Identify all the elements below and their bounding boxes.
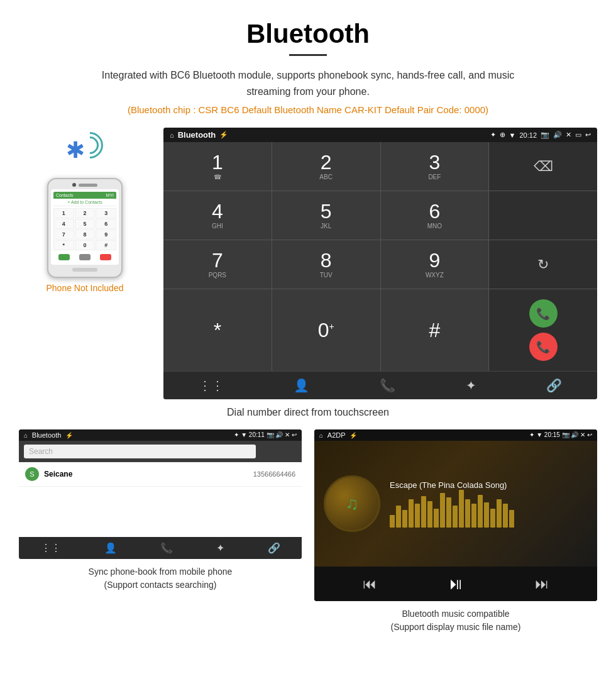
pb-empty-space bbox=[19, 487, 302, 537]
app-name-label: Bluetooth bbox=[178, 130, 216, 140]
phone-key-5: 5 bbox=[75, 219, 96, 229]
music-play-pause-button[interactable]: ⏯ bbox=[448, 574, 464, 594]
dial-key-9[interactable]: 9 WXYZ bbox=[381, 240, 489, 289]
music-camera-icon: 📷 bbox=[562, 431, 569, 438]
dial-end-button[interactable]: 📞 bbox=[529, 333, 558, 361]
phone-key-6: 6 bbox=[96, 219, 116, 229]
phone-not-included-label: Phone Not Included bbox=[47, 283, 124, 293]
music-time: 20:15 bbox=[544, 431, 560, 438]
pb-camera-icon: 📷 bbox=[267, 431, 274, 438]
signal-icon: ▼ bbox=[509, 131, 516, 139]
pb-status-right: ✦ ▼ 20:11 📷 🔊 ✕ ↩ bbox=[234, 431, 297, 439]
dial-empty-1 bbox=[489, 191, 597, 240]
dial-key-2[interactable]: 2 ABC bbox=[272, 142, 380, 191]
music-album-art: ♫ bbox=[324, 475, 380, 532]
phone-add-contact: + Add to Contacts bbox=[53, 199, 116, 206]
phone-key-0: 0 bbox=[75, 240, 96, 250]
music-bar bbox=[471, 504, 476, 528]
pb-nav-bluetooth[interactable]: ✦ bbox=[216, 542, 224, 554]
dial-key-8[interactable]: 8 TUV bbox=[272, 240, 380, 289]
music-bar bbox=[465, 499, 470, 528]
phone-key-4: 4 bbox=[53, 219, 74, 229]
pb-bt-icon: ✦ bbox=[234, 431, 239, 438]
pb-nav-grid[interactable]: ⋮⋮ bbox=[41, 542, 61, 554]
music-usb-icon: ⚡ bbox=[349, 432, 357, 439]
music-screen: ⌂ A2DP ⚡ ✦ ▼ 20:15 📷 🔊 ✕ ↩ ♫ bbox=[314, 429, 597, 601]
phone-key-8: 8 bbox=[75, 230, 96, 240]
music-home-icon: ⌂ bbox=[319, 432, 323, 439]
phone-speaker bbox=[79, 184, 97, 187]
phone-end-button bbox=[100, 254, 111, 260]
pb-back-icon: ↩ bbox=[292, 431, 297, 438]
music-bar bbox=[459, 490, 464, 528]
music-bar bbox=[497, 499, 502, 528]
phonebook-caption-line1: Sync phone-book from mobile phone bbox=[89, 567, 233, 577]
music-status-bar: ⌂ A2DP ⚡ ✦ ▼ 20:15 📷 🔊 ✕ ↩ bbox=[314, 429, 597, 441]
music-controls: ⏮ ⏯ ⏭ bbox=[314, 567, 597, 601]
title-divider bbox=[289, 54, 327, 56]
page-subtitle: Integrated with BC6 Bluetooth module, su… bbox=[82, 67, 534, 99]
dial-key-7[interactable]: 7 PQRS bbox=[163, 240, 272, 289]
music-bar bbox=[434, 509, 439, 528]
bluetooth-info: (Bluetooth chip : CSR BC6 Default Blueto… bbox=[0, 104, 616, 115]
music-screenshot-block: ⌂ A2DP ⚡ ✦ ▼ 20:15 📷 🔊 ✕ ↩ ♫ bbox=[314, 429, 597, 634]
dial-key-6[interactable]: 6 MNO bbox=[381, 191, 489, 240]
music-bar bbox=[446, 497, 451, 528]
music-bt-icon: ✦ bbox=[529, 431, 534, 438]
music-album-bt-icon: ♫ bbox=[346, 494, 359, 514]
music-next-button[interactable]: ⏭ bbox=[535, 576, 549, 592]
dial-key-1[interactable]: 1 ☎ bbox=[163, 142, 272, 191]
music-bar bbox=[396, 506, 401, 528]
pb-nav-link[interactable]: 🔗 bbox=[268, 542, 280, 554]
music-bar bbox=[402, 510, 407, 528]
usb-icon: ⚡ bbox=[219, 131, 228, 139]
dial-key-star[interactable]: * bbox=[163, 289, 272, 371]
pb-home-icon: ⌂ bbox=[24, 432, 28, 439]
phonebook-screen: ⌂ Bluetooth ⚡ ✦ ▼ 20:11 📷 🔊 ✕ ↩ Search bbox=[19, 429, 302, 559]
pb-search-input[interactable]: Search bbox=[24, 445, 256, 458]
dial-backspace[interactable]: ⌫ bbox=[489, 142, 597, 191]
window-icon: ▭ bbox=[575, 131, 581, 139]
dial-refresh[interactable]: ↻ bbox=[489, 240, 597, 289]
pb-nav-contacts[interactable]: 👤 bbox=[104, 542, 117, 554]
phone-device: Contacts MYI + Add to Contacts 1 2 3 4 5… bbox=[47, 178, 123, 278]
music-bar bbox=[427, 501, 432, 528]
phone-bottom-row bbox=[53, 252, 116, 262]
pb-contact-row[interactable]: S Seicane 13566664466 bbox=[19, 462, 302, 487]
dial-key-5[interactable]: 5 JKL bbox=[272, 191, 380, 240]
pb-usb-icon: ⚡ bbox=[65, 432, 73, 439]
phone-menu-btn bbox=[79, 254, 91, 260]
music-song-title: Escape (The Pina Colada Song) bbox=[390, 480, 588, 490]
pb-status-bar: ⌂ Bluetooth ⚡ ✦ ▼ 20:11 📷 🔊 ✕ ↩ bbox=[19, 429, 302, 441]
music-visualizer bbox=[390, 496, 588, 528]
nav-bluetooth-icon[interactable]: ✦ bbox=[466, 378, 476, 393]
dial-key-hash[interactable]: # bbox=[381, 289, 489, 371]
bt-status-icon: ✦ bbox=[490, 131, 496, 139]
status-time: 20:12 bbox=[519, 131, 537, 139]
main-caption: Dial number direct from touchscreen bbox=[0, 407, 616, 418]
contacts-count: MYI bbox=[106, 193, 114, 197]
dial-call-button[interactable]: 📞 bbox=[529, 299, 558, 328]
nav-grid-icon[interactable]: ⋮⋮ bbox=[199, 378, 224, 393]
nav-phone-icon[interactable]: 📞 bbox=[380, 378, 395, 393]
pb-contact-number: 13566664466 bbox=[253, 470, 295, 478]
phone-key-9: 9 bbox=[96, 230, 116, 240]
phone-key-7: 7 bbox=[53, 230, 74, 240]
dial-key-4[interactable]: 4 GHI bbox=[163, 191, 272, 240]
dial-key-3[interactable]: 3 DEF bbox=[381, 142, 489, 191]
bluetooth-signal-icon: ✱ bbox=[60, 128, 110, 172]
dial-key-0[interactable]: 0+ bbox=[272, 289, 380, 371]
nav-link-icon[interactable]: 🔗 bbox=[546, 378, 562, 393]
pb-time: 20:11 bbox=[249, 431, 265, 438]
pb-nav-phone[interactable]: 📞 bbox=[160, 542, 173, 554]
close-icon: ✕ bbox=[566, 131, 571, 139]
camera-icon: 📷 bbox=[541, 131, 549, 139]
pb-search-bar: Search bbox=[19, 441, 302, 462]
music-status-right: ✦ ▼ 20:15 📷 🔊 ✕ ↩ bbox=[529, 431, 592, 439]
music-prev-button[interactable]: ⏮ bbox=[363, 576, 377, 592]
nav-contacts-icon[interactable]: 👤 bbox=[294, 378, 309, 393]
back-icon: ↩ bbox=[585, 131, 591, 139]
music-vol-icon: 🔊 bbox=[571, 431, 578, 438]
music-signal-icon: ▼ bbox=[536, 431, 542, 438]
music-back-icon: ↩ bbox=[587, 431, 592, 438]
